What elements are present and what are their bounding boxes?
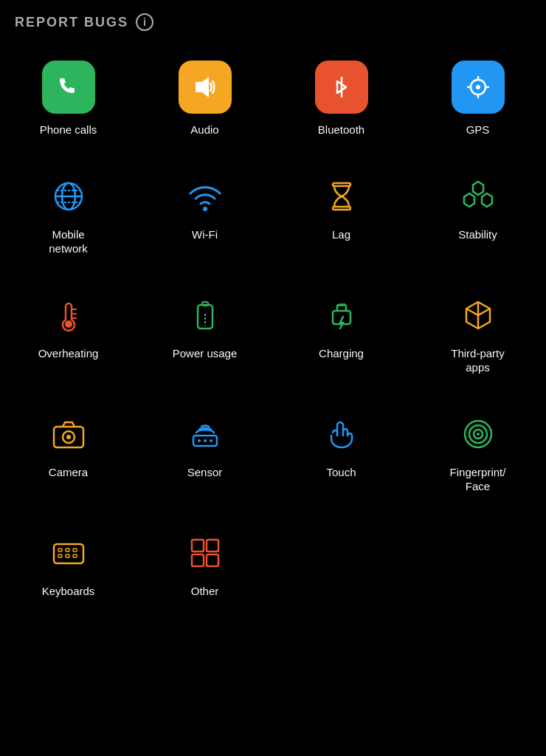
overheating-label: Overheating bbox=[38, 346, 99, 361]
grid-item-audio[interactable]: Audio bbox=[136, 46, 273, 159]
svg-point-29 bbox=[66, 435, 71, 439]
grid-item-overheating[interactable]: Overheating bbox=[0, 278, 136, 397]
charging-label: Charging bbox=[319, 346, 364, 361]
svg-rect-12 bbox=[333, 183, 350, 186]
svg-rect-44 bbox=[73, 554, 77, 557]
grid-item-gps[interactable]: GPS bbox=[410, 46, 546, 159]
svg-point-37 bbox=[477, 433, 480, 436]
touch-label: Touch bbox=[326, 465, 356, 480]
grid-item-phone-calls[interactable]: Phone calls bbox=[0, 46, 136, 159]
svg-marker-14 bbox=[473, 182, 483, 195]
bluetooth-icon bbox=[327, 72, 356, 102]
keyboards-label: Keyboards bbox=[42, 584, 95, 599]
bug-category-grid: Phone calls Audio Bluetooth bbox=[0, 38, 546, 628]
header: REPORT BUGS i bbox=[0, 0, 546, 38]
audio-icon bbox=[190, 72, 220, 102]
stability-icon-box bbox=[456, 174, 500, 219]
camera-label: Camera bbox=[49, 465, 88, 480]
audio-icon-box bbox=[179, 61, 232, 114]
hourglass-icon bbox=[322, 177, 361, 216]
other-icon bbox=[186, 534, 224, 572]
third-party-apps-icon-box bbox=[456, 293, 500, 337]
grid-item-sensor[interactable]: Sensor bbox=[136, 397, 273, 516]
svg-marker-15 bbox=[464, 193, 474, 207]
svg-point-33 bbox=[210, 439, 212, 442]
sensor-icon bbox=[186, 415, 224, 453]
charging-icon bbox=[322, 296, 361, 334]
grid-item-charging[interactable]: Charging bbox=[273, 278, 410, 397]
lag-label: Lag bbox=[332, 227, 350, 242]
wifi-icon bbox=[186, 177, 224, 216]
svg-marker-16 bbox=[482, 193, 492, 207]
power-usage-icon-box bbox=[183, 293, 227, 337]
grid-item-bluetooth[interactable]: Bluetooth bbox=[273, 46, 410, 159]
globe-icon bbox=[49, 177, 88, 216]
svg-rect-47 bbox=[192, 554, 204, 566]
fingerprint-label: Fingerprint/Face bbox=[450, 465, 506, 494]
wifi-icon-box bbox=[183, 174, 227, 219]
svg-rect-38 bbox=[54, 544, 83, 563]
svg-rect-48 bbox=[207, 554, 218, 566]
svg-point-17 bbox=[65, 320, 72, 328]
svg-point-31 bbox=[198, 439, 201, 442]
svg-point-11 bbox=[203, 207, 207, 211]
grid-item-third-party-apps[interactable]: Third-partyapps bbox=[410, 278, 546, 397]
fingerprint-icon bbox=[459, 415, 497, 453]
sensor-label: Sensor bbox=[187, 465, 223, 480]
page-title: REPORT BUGS bbox=[15, 15, 128, 30]
phone-icon bbox=[54, 72, 83, 102]
keyboard-icon bbox=[49, 534, 88, 572]
gps-icon-box bbox=[452, 61, 505, 114]
camera-icon-box bbox=[46, 412, 91, 456]
sensor-icon-box bbox=[183, 412, 227, 456]
hexagons-icon bbox=[459, 177, 497, 216]
svg-rect-45 bbox=[192, 540, 204, 551]
gps-label: GPS bbox=[466, 123, 490, 137]
touch-icon-box bbox=[319, 412, 364, 456]
charging-icon-box bbox=[319, 293, 364, 337]
grid-item-lag[interactable]: Lag bbox=[273, 159, 410, 278]
keyboards-icon-box bbox=[46, 531, 91, 575]
camera-icon bbox=[49, 415, 88, 453]
touch-icon bbox=[322, 415, 361, 453]
svg-rect-41 bbox=[73, 549, 77, 551]
audio-label: Audio bbox=[190, 123, 218, 137]
svg-rect-42 bbox=[58, 554, 62, 557]
grid-item-fingerprint[interactable]: Fingerprint/Face bbox=[410, 397, 546, 516]
battery-icon bbox=[186, 296, 224, 334]
thermometer-icon bbox=[49, 296, 88, 334]
box3d-icon bbox=[459, 296, 497, 334]
other-label: Other bbox=[191, 584, 219, 599]
third-party-apps-label: Third-partyapps bbox=[451, 346, 505, 375]
lag-icon-box bbox=[319, 174, 364, 219]
grid-item-camera[interactable]: Camera bbox=[0, 397, 136, 516]
info-icon[interactable]: i bbox=[136, 13, 153, 31]
grid-item-wifi[interactable]: Wi-Fi bbox=[136, 159, 273, 278]
grid-item-keyboards[interactable]: Keyboards bbox=[0, 516, 136, 621]
svg-rect-43 bbox=[66, 554, 69, 557]
phone-calls-icon-box bbox=[42, 61, 95, 114]
svg-rect-40 bbox=[66, 549, 69, 551]
svg-marker-0 bbox=[196, 78, 208, 96]
svg-rect-13 bbox=[333, 207, 350, 210]
svg-point-32 bbox=[204, 439, 207, 442]
svg-rect-46 bbox=[207, 540, 218, 551]
grid-item-mobile-network[interactable]: Mobilenetwork bbox=[0, 159, 136, 278]
overheating-icon-box bbox=[46, 293, 91, 337]
svg-point-3 bbox=[476, 85, 480, 89]
svg-rect-39 bbox=[58, 549, 62, 551]
mobile-network-label: Mobilenetwork bbox=[49, 227, 88, 256]
other-icon-box bbox=[183, 531, 227, 575]
power-usage-label: Power usage bbox=[173, 346, 238, 361]
grid-item-stability[interactable]: Stability bbox=[410, 159, 546, 278]
phone-calls-label: Phone calls bbox=[40, 123, 97, 137]
bluetooth-icon-box bbox=[315, 61, 368, 114]
mobile-network-icon bbox=[46, 174, 91, 219]
bluetooth-label: Bluetooth bbox=[318, 123, 364, 137]
grid-item-touch[interactable]: Touch bbox=[273, 397, 410, 516]
grid-item-other[interactable]: Other bbox=[136, 516, 273, 621]
grid-item-power-usage[interactable]: Power usage bbox=[136, 278, 273, 397]
stability-label: Stability bbox=[458, 227, 497, 242]
wifi-label: Wi-Fi bbox=[192, 227, 218, 242]
gps-icon bbox=[463, 72, 493, 102]
